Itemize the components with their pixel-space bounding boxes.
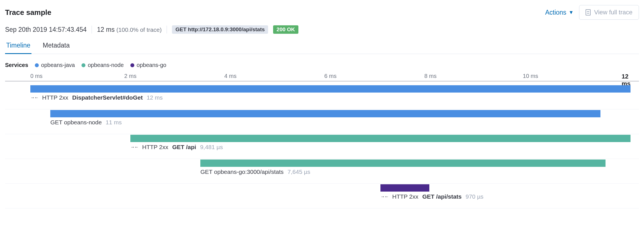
separator: [92, 26, 92, 33]
span-row[interactable]: →←HTTP 2xxDispatcherServlet#doGet12 ms: [5, 85, 639, 109]
span-bar: [50, 110, 600, 117]
span-label: GET opbeans-node11 ms: [50, 119, 122, 126]
legend-item-go: opbeans-go: [130, 62, 166, 68]
axis-tick: 0 ms: [30, 73, 42, 79]
view-full-trace-button[interactable]: View full trace: [579, 5, 639, 20]
span-row[interactable]: →←HTTP 2xxGET /api9,481 µs: [5, 134, 639, 159]
page-title: Trace sample: [5, 8, 51, 17]
span-name: GET opbeans-go:3000/api/stats: [200, 169, 284, 175]
axis-tick: 6 ms: [324, 73, 336, 79]
services-label: Services: [5, 62, 28, 68]
bar-track: [5, 135, 639, 142]
span-bar: [30, 85, 631, 93]
waterfall: →←HTTP 2xxDispatcherServlet#doGet12 msGE…: [5, 85, 639, 208]
axis-tick: 4 ms: [224, 73, 236, 79]
time-axis: 0 ms2 ms4 ms6 ms8 ms10 ms12 ms: [5, 72, 639, 81]
tab-metadata[interactable]: Metadata: [42, 42, 71, 54]
axis-tick: 8 ms: [424, 73, 436, 79]
trace-info: Sep 20th 2019 14:57:43.454 12 ms (100.0%…: [5, 25, 639, 34]
incoming-request-icon: →←: [130, 145, 138, 150]
incoming-request-icon: →←: [30, 95, 38, 100]
tab-timeline[interactable]: Timeline: [5, 42, 31, 54]
span-name: DispatcherServlet#doGet: [72, 94, 143, 101]
legend-dot-icon: [81, 63, 85, 67]
span-label: →←HTTP 2xxDispatcherServlet#doGet12 ms: [30, 94, 163, 101]
header-actions: Actions ▼ View full trace: [545, 5, 639, 20]
span-label: GET opbeans-go:3000/api/stats7,645 µs: [200, 169, 310, 175]
legend-dot-icon: [35, 63, 39, 67]
bar-track: [5, 160, 639, 167]
span-row[interactable]: →←HTTP 2xxGET /api/stats970 µs: [5, 184, 639, 208]
http-status: HTTP 2xx: [42, 94, 68, 101]
chevron-down-icon: ▼: [569, 10, 574, 15]
legend-text: opbeans-node: [88, 62, 124, 68]
http-status: HTTP 2xx: [392, 193, 418, 200]
span-row[interactable]: GET opbeans-go:3000/api/stats7,645 µs: [5, 159, 639, 184]
span-row[interactable]: GET opbeans-node11 ms: [5, 109, 639, 134]
duration-group: 12 ms (100.0% of trace): [97, 26, 162, 33]
timeline-chart: 0 ms2 ms4 ms6 ms8 ms10 ms12 ms →←HTTP 2x…: [5, 72, 639, 208]
request-badge: GET http://172.18.0.9:3000/api/stats: [172, 25, 268, 34]
span-name: GET opbeans-node: [50, 119, 102, 126]
span-duration: 7,645 µs: [287, 169, 310, 175]
legend-text: opbeans-go: [137, 62, 166, 68]
incoming-request-icon: →←: [380, 194, 388, 199]
timestamp: Sep 20th 2019 14:57:43.454: [5, 26, 87, 33]
span-name: GET /api: [172, 144, 196, 151]
legend-dot-icon: [130, 63, 134, 67]
bar-track: [5, 110, 639, 117]
tabs: Timeline Metadata: [5, 42, 639, 54]
span-name: GET /api/stats: [422, 193, 462, 200]
actions-label: Actions: [545, 9, 566, 16]
status-badge: 200 OK: [273, 25, 298, 34]
legend-item-java: opbeans-java: [35, 62, 75, 68]
span-bar: [200, 160, 606, 167]
bar-track: [5, 85, 639, 93]
span-duration: 970 µs: [466, 193, 483, 200]
span-duration: 11 ms: [106, 119, 122, 126]
axis-tick: 2 ms: [124, 73, 136, 79]
document-icon: [586, 9, 591, 15]
legend-item-node: opbeans-node: [81, 62, 124, 68]
span-bar: [130, 135, 631, 142]
legend-text: opbeans-java: [41, 62, 75, 68]
span-duration: 9,481 µs: [200, 144, 223, 151]
view-full-trace-label: View full trace: [594, 9, 632, 16]
span-bar: [380, 184, 429, 192]
services-legend: Services opbeans-java opbeans-node opbea…: [5, 62, 639, 68]
span-duration: 12 ms: [147, 94, 163, 101]
header: Trace sample Actions ▼ View full trace: [5, 5, 639, 20]
trace-percent: (100.0% of trace): [116, 26, 162, 33]
span-label: →←HTTP 2xxGET /api/stats970 µs: [380, 193, 484, 200]
axis-tick: 10 ms: [523, 73, 538, 79]
separator: [167, 26, 167, 33]
bar-track: [5, 184, 639, 192]
actions-dropdown[interactable]: Actions ▼: [545, 9, 573, 16]
http-status: HTTP 2xx: [142, 144, 168, 151]
duration: 12 ms: [97, 26, 115, 33]
span-label: →←HTTP 2xxGET /api9,481 µs: [130, 144, 223, 151]
